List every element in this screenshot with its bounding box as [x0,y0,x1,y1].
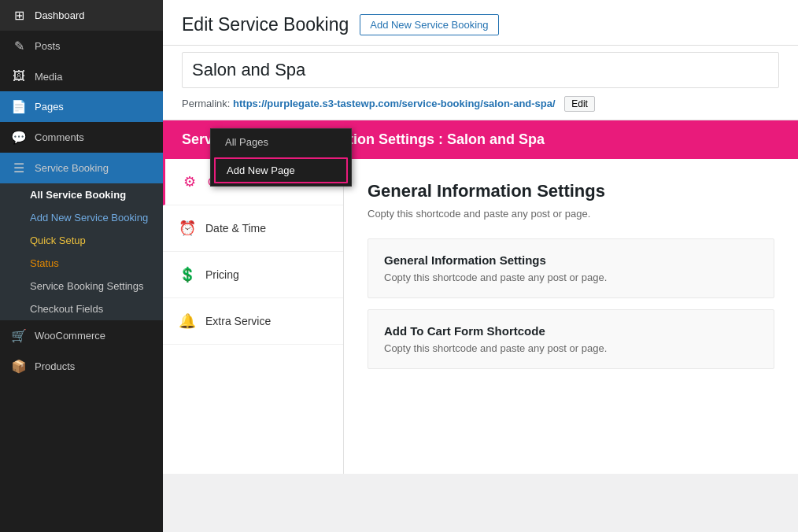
tab-date-time-label: Date & Time [205,222,266,235]
general-info-icon: ⚙ [181,173,198,190]
service-booking-submenu: All Service Booking Add New Service Book… [0,183,163,320]
sidebar-label-woocommerce: WooCommerce [35,330,105,342]
tab-content-panel: General Information Settings Copty this … [344,159,798,474]
submenu-all-service-booking[interactable]: All Service Booking [0,183,163,206]
sidebar-label-service-booking: Service Booking [35,162,109,174]
sidebar-label-comments: Comments [35,131,84,143]
sidebar-item-comments[interactable]: 💬 Comments [0,122,163,153]
tab-content-subtitle: Copty this shortcode and paste any post … [368,208,774,220]
dropdown-add-new-page[interactable]: Add New Page [214,157,348,183]
title-area [163,46,798,88]
info-card-1-desc: Copty this shortcode and paste any post … [384,272,758,283]
extra-service-icon: 🔔 [179,312,196,330]
service-booking-icon: ☰ [11,161,27,175]
info-card-2-title: Add To Cart Form Shortcode [384,324,758,338]
tab-extra-service-label: Extra Service [205,315,271,327]
page-title: Edit Service Booking [182,14,349,35]
sidebar-item-pages[interactable]: 📄 Pages [0,91,163,122]
permalink-bar: Permalink: https://purplegate.s3-tastewp… [163,88,798,120]
products-icon: 📦 [11,359,27,374]
sidebar-label-pages: Pages [35,101,64,113]
tab-pricing[interactable]: 💲 Pricing [163,252,343,298]
submenu-add-new-service-booking[interactable]: Add New Service Booking [0,206,163,229]
permalink-edit-button[interactable]: Edit [564,96,595,112]
permalink-url[interactable]: https://purplegate.s3-tastewp.com/servic… [233,98,556,109]
pages-icon: 📄 [11,99,27,114]
permalink-label: Permalink: [182,98,230,109]
info-card-2-desc: Copty this shortcode and paste any post … [384,342,758,354]
info-card-1-title: General Information Settings [384,253,758,267]
date-time-icon: ⏰ [179,220,196,237]
pages-dropdown: All Pages Add New Page [210,128,352,187]
comments-icon: 💬 [11,130,27,145]
submenu-checkout[interactable]: Checkout Fields [0,297,163,320]
sidebar-label-media: Media [35,71,62,83]
woocommerce-icon: 🛒 [11,328,27,343]
sidebar-label-dashboard: Dashboard [35,9,85,21]
sidebar-label-posts: Posts [35,40,61,52]
sidebar-item-posts[interactable]: ✎ Posts [0,31,163,61]
info-card-1: General Information Settings Copty this … [368,238,774,298]
tabs-sidebar: ⚙ General Info ⏰ Date & Time 💲 Pricing 🔔… [163,159,344,474]
tab-pricing-label: Pricing [205,268,239,281]
tab-content-heading: General Information Settings [368,181,774,201]
dropdown-all-pages[interactable]: All Pages [211,129,351,155]
dashboard-icon: ⊞ [11,8,27,23]
tab-extra-service[interactable]: 🔔 Extra Service [163,298,343,345]
content-area: ⚙ General Info ⏰ Date & Time 💲 Pricing 🔔… [163,159,798,474]
submenu-quick-setup[interactable]: Quick Setup [0,229,163,252]
media-icon: 🖼 [11,69,27,83]
submenu-settings[interactable]: Service Booking Settings [0,275,163,297]
sidebar: ⊞ Dashboard ✎ Posts 🖼 Media 📄 Pages 💬 Co… [0,0,163,532]
sidebar-item-products[interactable]: 📦 Products [0,351,163,382]
main-content: Edit Service Booking Add New Service Boo… [163,0,798,532]
sidebar-item-media[interactable]: 🖼 Media [0,61,163,91]
info-card-2: Add To Cart Form Shortcode Copty this sh… [368,309,774,369]
add-new-service-booking-button[interactable]: Add New Service Booking [360,14,498,35]
main-header: Edit Service Booking Add New Service Boo… [163,0,798,46]
sidebar-label-products: Products [35,360,75,372]
sidebar-item-woocommerce[interactable]: 🛒 WooCommerce [0,320,163,351]
sidebar-item-dashboard[interactable]: ⊞ Dashboard [0,0,163,31]
posts-icon: ✎ [11,39,27,54]
tab-date-time[interactable]: ⏰ Date & Time [163,205,343,252]
pricing-icon: 💲 [179,266,196,283]
sidebar-item-service-booking[interactable]: ☰ Service Booking ◀ [0,153,163,183]
title-input[interactable] [182,52,779,88]
submenu-status[interactable]: Status [0,252,163,275]
